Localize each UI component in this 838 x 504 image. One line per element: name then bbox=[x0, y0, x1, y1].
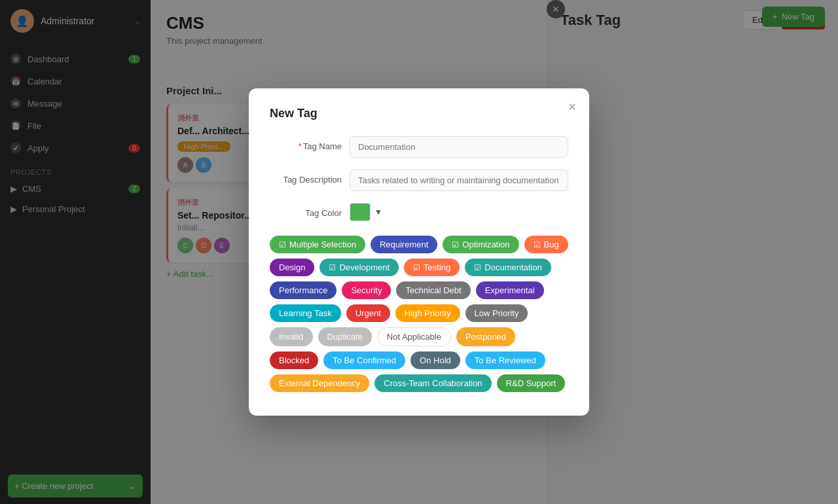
tag-pill-not-applicable[interactable]: Not Applicable bbox=[377, 327, 451, 346]
tag-pill-duplicate[interactable]: Duplicate bbox=[318, 327, 372, 346]
tag-pill-multiple-selection[interactable]: ☑Multiple Selection bbox=[270, 236, 365, 253]
tag-check-icon: ☑ bbox=[329, 263, 336, 272]
tag-label: Experimental bbox=[485, 285, 535, 295]
tag-pill-learning-task[interactable]: Learning Task bbox=[270, 304, 341, 322]
tag-name-input[interactable] bbox=[350, 136, 568, 158]
tag-label: Learning Task bbox=[279, 308, 332, 318]
tag-label: Urgent bbox=[355, 308, 381, 318]
tag-pill-postponed[interactable]: Postponed bbox=[456, 327, 515, 346]
tag-pill-urgent[interactable]: Urgent bbox=[346, 304, 390, 322]
tag-pill-security[interactable]: Security bbox=[342, 281, 391, 299]
tag-label: High Priority bbox=[405, 308, 451, 318]
tag-pill-low-priority[interactable]: Low Priority bbox=[465, 304, 528, 322]
tag-desc-input[interactable] bbox=[350, 170, 568, 191]
tag-label: Performance bbox=[279, 285, 327, 295]
tag-pill-invalid[interactable]: Invalid bbox=[270, 327, 313, 346]
color-dropdown-icon[interactable]: ▼ bbox=[374, 207, 382, 217]
tag-pill-r&d-support[interactable]: R&D Support bbox=[497, 374, 566, 392]
color-swatch bbox=[350, 203, 371, 221]
tag-label: R&D Support bbox=[506, 378, 556, 388]
tag-label: External Dependency bbox=[279, 378, 360, 388]
required-star: * bbox=[299, 141, 302, 151]
tag-label: Duplicate bbox=[327, 332, 363, 342]
tag-check-icon: ☑ bbox=[534, 240, 541, 249]
color-picker[interactable]: ▼ bbox=[350, 203, 382, 221]
tag-label: Design bbox=[279, 262, 305, 272]
tag-pill-experimental[interactable]: Experimental bbox=[476, 281, 544, 299]
tag-pill-development[interactable]: ☑Development bbox=[319, 259, 399, 276]
tag-check-icon: ☑ bbox=[452, 240, 459, 249]
tag-label: Multiple Selection bbox=[289, 240, 356, 249]
tag-label: Requirement bbox=[380, 240, 428, 249]
tag-label: Technical Debt bbox=[405, 285, 461, 295]
modal-overlay: New Tag × *Tag Name Tag Description Tag … bbox=[0, 0, 838, 504]
tag-color-row: Tag Color ▼ bbox=[270, 203, 568, 221]
tag-label: Blocked bbox=[279, 355, 309, 365]
tag-pill-requirement[interactable]: Requirement bbox=[371, 236, 437, 253]
tag-label: Cross-Team Collaboration bbox=[384, 378, 482, 388]
tag-label: Invalid bbox=[279, 332, 304, 342]
tag-name-label: *Tag Name bbox=[270, 136, 342, 151]
tag-pill-high-priority[interactable]: High Priority bbox=[395, 304, 460, 322]
tag-pill-to-be-confirmed[interactable]: To Be Confirmed bbox=[323, 351, 405, 369]
tag-label: Documentation bbox=[484, 262, 541, 272]
tag-check-icon: ☑ bbox=[413, 263, 420, 272]
tag-desc-row: Tag Description bbox=[270, 170, 568, 191]
tag-label: Low Priority bbox=[475, 308, 519, 318]
tag-label: Testing bbox=[424, 262, 450, 272]
tag-desc-label: Tag Description bbox=[270, 170, 342, 185]
tags-grid: ☑Multiple SelectionRequirement☑Optimizat… bbox=[270, 233, 568, 395]
tag-name-row: *Tag Name bbox=[270, 136, 568, 158]
tag-pill-blocked[interactable]: Blocked bbox=[270, 351, 318, 369]
tag-pill-optimization[interactable]: ☑Optimization bbox=[443, 236, 519, 253]
tag-label: On Hold bbox=[420, 355, 451, 365]
tag-pill-performance[interactable]: Performance bbox=[270, 281, 337, 299]
tag-pill-documentation[interactable]: ☑Documentation bbox=[465, 259, 551, 276]
new-tag-modal: New Tag × *Tag Name Tag Description Tag … bbox=[249, 88, 589, 416]
tag-pill-cross-team-collaboration[interactable]: Cross-Team Collaboration bbox=[374, 374, 491, 392]
tag-color-label: Tag Color bbox=[270, 203, 342, 218]
tag-pill-design[interactable]: Design bbox=[270, 259, 314, 276]
tag-label: Bug bbox=[544, 240, 559, 249]
tag-pill-external-dependency[interactable]: External Dependency bbox=[270, 374, 369, 392]
tag-pill-to-be-reviewed[interactable]: To Be Reviewed bbox=[465, 351, 545, 369]
tag-label: Not Applicable bbox=[387, 332, 441, 342]
tag-label: To Be Reviewed bbox=[475, 355, 536, 365]
modal-close-button[interactable]: × bbox=[568, 100, 576, 113]
modal-title: New Tag bbox=[270, 107, 568, 120]
tag-pill-technical-debt[interactable]: Technical Debt bbox=[396, 281, 470, 299]
tag-label: Development bbox=[339, 262, 390, 272]
tag-label: Postponed bbox=[465, 332, 506, 342]
tag-check-icon: ☑ bbox=[474, 263, 481, 272]
tag-label: To Be Confirmed bbox=[333, 355, 396, 365]
tag-pill-bug[interactable]: ☑Bug bbox=[524, 236, 568, 253]
tag-pill-on-hold[interactable]: On Hold bbox=[410, 351, 460, 369]
tag-check-icon: ☑ bbox=[279, 240, 286, 249]
tag-label: Security bbox=[351, 285, 382, 295]
tag-label: Optimization bbox=[462, 240, 509, 249]
tag-pill-testing[interactable]: ☑Testing bbox=[404, 259, 460, 276]
